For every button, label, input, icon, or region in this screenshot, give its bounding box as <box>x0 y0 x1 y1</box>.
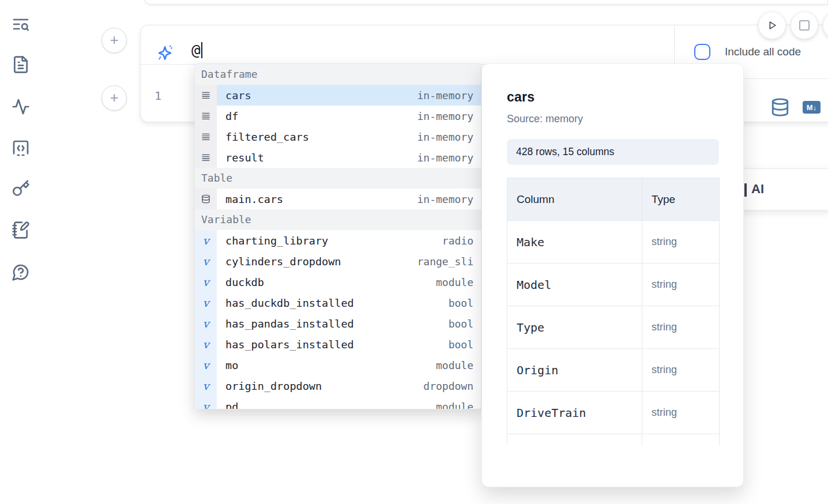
schema-column-name: Model <box>507 264 642 306</box>
item-type: range_sli <box>417 255 481 268</box>
autocomplete-section-header: Table <box>195 168 481 189</box>
stop-button[interactable] <box>791 12 818 39</box>
item-name: pd <box>217 401 238 410</box>
notebook-pen-icon[interactable] <box>10 220 31 240</box>
add-cell-button-bottom[interactable]: + <box>101 85 127 111</box>
item-name: mo <box>217 359 238 371</box>
autocomplete-item[interactable]: vcylinders_dropdownrange_sli <box>195 251 481 272</box>
autocomplete-item[interactable]: vhas_polars_installedbool <box>195 334 481 355</box>
schema-header-type: Type <box>642 178 720 221</box>
schema-row: Originstring <box>507 349 720 392</box>
item-type: dropdown <box>423 380 481 392</box>
autocomplete-item[interactable]: filtered_carsin-memory <box>195 126 481 147</box>
file-document-icon[interactable] <box>10 54 31 75</box>
item-type: in-memory <box>417 89 481 101</box>
item-name: origin_dropdown <box>217 380 322 392</box>
autocomplete-item[interactable]: vmomodule <box>195 355 481 375</box>
schema-column-type: string <box>642 349 720 392</box>
marimo-notebook-app: @ Include all code 1 M↓ + + AI Dataframe… <box>0 0 828 504</box>
autocomplete-list: Dataframecarsin-memorydfin-memoryfiltere… <box>195 64 481 409</box>
schema-column-name: Make <box>507 221 642 264</box>
item-type: bool <box>449 338 481 351</box>
text-caret <box>201 42 202 58</box>
item-name: duckdb <box>217 276 264 288</box>
activity-icon[interactable] <box>10 96 31 117</box>
autocomplete-item[interactable]: carsin-memory <box>195 85 481 106</box>
ai-card-label: AI <box>751 182 764 197</box>
schema-header-column: Column <box>507 178 642 221</box>
ai-prompt-input[interactable]: @ <box>191 42 202 59</box>
autocomplete-item[interactable]: main.carsin-memory <box>195 189 481 209</box>
item-type: in-memory <box>417 131 481 143</box>
database-icon[interactable] <box>770 97 790 117</box>
autocomplete-item[interactable]: vhas_pandas_installedbool <box>195 313 481 334</box>
text-search-icon[interactable] <box>10 14 31 35</box>
autocomplete-item[interactable]: dfin-memory <box>195 106 481 126</box>
schema-row-clipped <box>507 434 720 446</box>
markdown-icon[interactable]: M↓ <box>803 101 821 114</box>
item-name: has_duckdb_installed <box>217 297 354 309</box>
schema-table: ColumnTypeMakestringModelstringTypestrin… <box>507 178 720 446</box>
schema-row: Makestring <box>507 221 720 264</box>
item-type: in-memory <box>417 152 481 164</box>
item-name: cylinders_dropdown <box>217 255 341 268</box>
preview-source: Source: memory <box>507 113 718 125</box>
schema-column-type: string <box>642 264 720 306</box>
item-type: in-memory <box>417 110 481 122</box>
code-square-icon[interactable] <box>10 138 31 159</box>
include-all-code-checkbox[interactable] <box>694 44 710 60</box>
item-name: main.cars <box>217 193 283 205</box>
stop-icon <box>799 20 810 31</box>
variable-v-icon: v <box>195 375 217 396</box>
preview-title: cars <box>507 89 718 105</box>
rows-icon <box>195 126 217 147</box>
schema-column-type: string <box>642 221 720 264</box>
item-type: module <box>436 401 481 410</box>
previous-cell-bottom-edge <box>144 0 828 5</box>
item-name: result <box>217 152 264 164</box>
autocomplete-item[interactable]: resultin-memory <box>195 147 481 168</box>
schema-column-name: Origin <box>507 349 642 392</box>
schema-column-type: string <box>642 392 720 434</box>
schema-table-wrap[interactable]: ColumnTypeMakestringModelstringTypestrin… <box>507 178 720 446</box>
variable-v-icon: v <box>195 272 217 292</box>
schema-column-name: Type <box>507 306 642 349</box>
run-cell-button[interactable] <box>758 12 786 39</box>
item-type: radio <box>442 235 481 247</box>
item-name: filtered_cars <box>217 131 309 143</box>
item-type: module <box>436 359 481 371</box>
line-number: 1 <box>155 89 161 103</box>
help-chat-icon[interactable] <box>10 262 31 283</box>
schema-row: Modelstring <box>507 264 720 306</box>
rows-icon <box>195 85 217 106</box>
variable-v-icon: v <box>195 355 217 375</box>
autocomplete-section-header: Variable <box>195 209 481 230</box>
autocomplete-item[interactable]: vhas_duckdb_installedbool <box>195 292 481 313</box>
item-type: bool <box>449 297 481 309</box>
schema-row: DriveTrainstring <box>507 392 720 434</box>
add-cell-button-top[interactable]: + <box>101 28 127 53</box>
autocomplete-item[interactable]: vorigin_dropdowndropdown <box>195 375 481 396</box>
database-icon <box>195 189 217 209</box>
variable-v-icon: v <box>195 334 217 355</box>
ai-sparkles-icon <box>156 44 174 62</box>
item-name: charting_library <box>217 235 328 247</box>
autocomplete-item[interactable]: vpdmodule <box>195 396 481 409</box>
item-type: module <box>436 276 481 288</box>
autocomplete-item[interactable]: vduckdbmodule <box>195 272 481 292</box>
variable-v-icon: v <box>195 230 217 251</box>
autocomplete-popup: Dataframecarsin-memorydfin-memoryfiltere… <box>194 63 481 409</box>
schema-header-row: ColumnType <box>507 178 720 221</box>
typed-text: @ <box>191 42 201 59</box>
shape-badge: 428 rows, 15 columns <box>507 139 719 165</box>
schema-row: Typestring <box>507 306 720 349</box>
autocomplete-item[interactable]: vcharting_libraryradio <box>195 230 481 251</box>
schema-column-type: string <box>642 306 720 349</box>
item-name: has_polars_installed <box>217 338 354 351</box>
variable-v-icon: v <box>195 313 217 334</box>
item-type: bool <box>449 318 481 330</box>
key-icon[interactable] <box>10 178 31 199</box>
variable-v-icon: v <box>195 292 217 313</box>
item-name: has_pandas_installed <box>217 318 354 330</box>
rows-icon <box>195 106 217 126</box>
